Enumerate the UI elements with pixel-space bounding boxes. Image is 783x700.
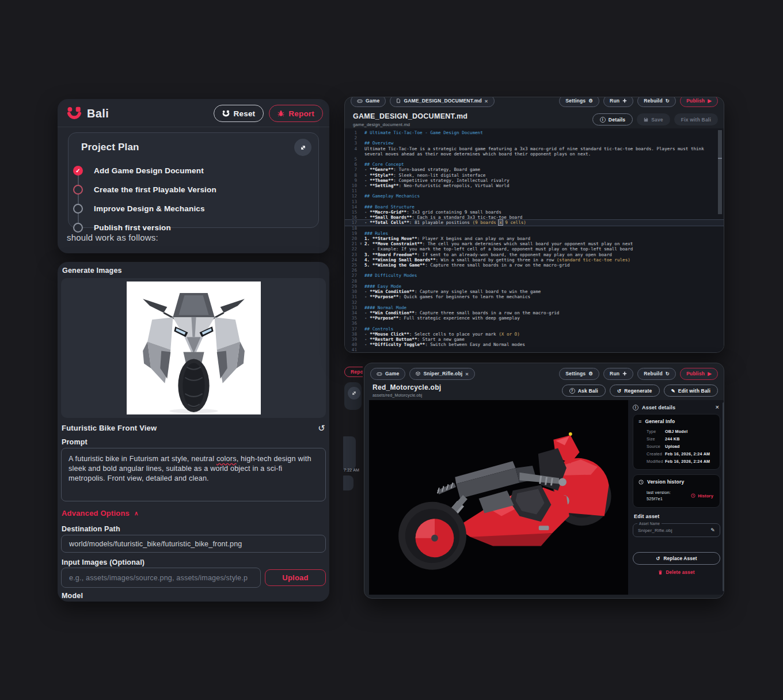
code-line[interactable]: 12## Gameplay Mechanics: [345, 193, 724, 199]
code-line[interactable]: 7- **Genre**: Turn-based strategy, Board…: [345, 167, 724, 172]
expand-chat-button[interactable]: [348, 387, 360, 400]
code-line[interactable]: 201. **Starting Move**: Player X begins …: [345, 236, 724, 241]
close-icon[interactable]: ×: [465, 371, 469, 377]
code-line[interactable]: 39- **Restart Button**: Start a new game: [345, 337, 724, 342]
fold-icon: [360, 284, 364, 289]
settings-button[interactable]: Settings⚙: [559, 368, 599, 380]
advanced-options-toggle[interactable]: Advanced Options ∧: [62, 509, 139, 518]
code-line[interactable]: 1# Ultimate Tic-Tac-Toe - Game Design Do…: [345, 130, 724, 135]
fold-icon: [360, 226, 364, 231]
code-line[interactable]: 4Ultimate Tic-Tac-Toe is a strategic boa…: [345, 146, 724, 157]
fold-icon: [360, 231, 364, 236]
destination-path-input[interactable]: [61, 535, 326, 553]
code-line[interactable]: 11: [345, 188, 724, 193]
fold-icon: [360, 220, 364, 225]
ask-bali-button[interactable]: ?Ask Bali: [562, 385, 606, 397]
code-line[interactable]: 10- **Setting**: Neo-futuristic metropol…: [345, 183, 724, 188]
close-icon[interactable]: ×: [485, 98, 488, 104]
code-line[interactable]: 29#### Easy Mode: [345, 284, 724, 289]
regenerate-image-button[interactable]: ↺: [318, 424, 325, 432]
fold-icon: [360, 246, 364, 252]
reset-button[interactable]: Reset: [214, 105, 264, 122]
edit-with-bali-button[interactable]: ✎Edit with Bali: [664, 385, 719, 397]
code-line[interactable]: 40- **Difficulty Toggle**: Switch betwee…: [345, 342, 724, 347]
rebuild-button[interactable]: Rebuild↻: [637, 368, 676, 380]
code-line[interactable]: 33#### Normal Mode: [345, 305, 724, 310]
background-report-button[interactable]: Report: [344, 367, 363, 377]
code-line[interactable]: 21∨2. **Move Constraint**: The cell you …: [345, 241, 724, 246]
code-line[interactable]: 35- **Purpose**: Full strategic experien…: [345, 315, 724, 321]
code-line[interactable]: 41: [345, 347, 724, 352]
tab-game[interactable]: Game: [370, 368, 405, 380]
code-line[interactable]: 17- **Total Cells**: 81 playable positio…: [345, 220, 724, 225]
rebuild-button[interactable]: Rebuild↻: [637, 97, 676, 107]
code-line[interactable]: 244. **Winning Small Boards**: Win a sma…: [345, 257, 724, 262]
replace-asset-button[interactable]: ↺ Replace Asset: [633, 552, 720, 565]
plan-checklist: ✓Add Game Design DocumentCreate the firs…: [69, 161, 318, 237]
upload-button[interactable]: Upload: [265, 569, 326, 586]
3d-viewport[interactable]: [369, 400, 628, 595]
code-line[interactable]: 30- **Win Condition**: Capture any singl…: [345, 289, 724, 294]
code-line[interactable]: 26: [345, 268, 724, 273]
publish-button[interactable]: Publish▶: [680, 97, 718, 107]
file-icon: [396, 98, 401, 103]
code-line[interactable]: 18: [345, 226, 724, 231]
code-line[interactable]: 36: [345, 321, 724, 326]
chat-timestamp: 7:22 AM: [344, 468, 359, 472]
code-line[interactable]: 233. **Board Freedom**: If sent to an al…: [345, 252, 724, 257]
code-text: [364, 347, 724, 352]
code-line[interactable]: 31- **Purpose**: Quick games for beginne…: [345, 294, 724, 299]
prompt-textarea[interactable]: A futuristic bike in Futurism art style,…: [61, 448, 326, 501]
sidebar-scrollbar[interactable]: [723, 402, 724, 591]
code-line[interactable]: 32: [345, 300, 724, 305]
chat-message-bubble: [343, 475, 354, 490]
code-line[interactable]: 27### Difficulty Modes: [345, 273, 724, 278]
code-line[interactable]: 9- **Theme**: Competitive strategy, Inte…: [345, 178, 724, 183]
code-line[interactable]: 28: [345, 279, 724, 284]
line-number: 37: [345, 326, 360, 332]
code-line[interactable]: 6## Core Concept: [345, 162, 724, 167]
details-button[interactable]: iDetails: [592, 113, 633, 125]
code-line[interactable]: 8- **Style**: Sleek, neon-lit digital in…: [345, 173, 724, 178]
fold-icon[interactable]: ∨: [360, 241, 364, 246]
tab-design-document[interactable]: GAME_DESIGN_DOCUMENT.md ×: [390, 97, 494, 107]
publish-button[interactable]: Publish▶: [680, 368, 718, 380]
code-line[interactable]: 15- **Macro-Grid**: 3x3 grid containing …: [345, 210, 724, 215]
plan-item[interactable]: ✓Add Game Design Document: [73, 161, 318, 180]
code-line[interactable]: 13: [345, 199, 724, 204]
close-sidebar-button[interactable]: ×: [715, 404, 719, 410]
edit-name-button[interactable]: ✎: [710, 527, 715, 533]
code-line[interactable]: 22 - Example: If you mark the top-left c…: [345, 246, 724, 252]
settings-button[interactable]: Settings⚙: [559, 97, 599, 107]
collapse-plan-button[interactable]: [294, 139, 311, 156]
editor-scrollbar[interactable]: [718, 130, 722, 214]
delete-asset-button[interactable]: Delete asset: [628, 570, 724, 575]
code-line[interactable]: 37## Controls: [345, 326, 724, 332]
tab-game[interactable]: Game: [351, 97, 386, 107]
code-line[interactable]: 3## Overview: [345, 140, 724, 146]
history-button[interactable]: History: [691, 493, 713, 499]
report-button[interactable]: Report: [269, 105, 323, 122]
asset-name-field[interactable]: Asset Name Sniper_Rifle.obj ✎: [633, 523, 720, 537]
project-plan-card: Project Plan ✓Add Game Design DocumentCr…: [68, 132, 319, 228]
code-line[interactable]: 5: [345, 157, 724, 162]
code-line[interactable]: 34- **Win Condition**: Capture three sma…: [345, 310, 724, 315]
code-line[interactable]: 2: [345, 135, 724, 140]
code-line[interactable]: 19### Rules: [345, 231, 724, 236]
input-images-input[interactable]: [61, 568, 261, 588]
plan-item[interactable]: Create the first Playable Version: [73, 180, 318, 199]
code-line[interactable]: 14### Board Structure: [345, 204, 724, 210]
plan-item[interactable]: Improve Design & Mechanics: [73, 199, 318, 218]
run-button[interactable]: Run: [603, 368, 633, 380]
save-button[interactable]: Save: [637, 113, 670, 125]
run-button[interactable]: Run: [603, 97, 633, 107]
fold-icon: [360, 173, 364, 178]
code-line[interactable]: 255. **Winning the Game**: Capture three…: [345, 262, 724, 268]
regenerate-button[interactable]: ↺Regenerate: [610, 385, 660, 397]
tab-sniper-rifle[interactable]: Sniper_Rifle.obj ×: [409, 368, 475, 380]
generated-bike-image[interactable]: [127, 281, 261, 414]
code-editor[interactable]: 1# Ultimate Tic-Tac-Toe - Game Design Do…: [345, 128, 724, 352]
code-line[interactable]: 38- **Mouse Click**: Select cells to pla…: [345, 332, 724, 337]
info-row: TypeOBJ Model: [638, 428, 714, 435]
fix-with-bali-button[interactable]: Fix with Bali: [674, 113, 718, 125]
